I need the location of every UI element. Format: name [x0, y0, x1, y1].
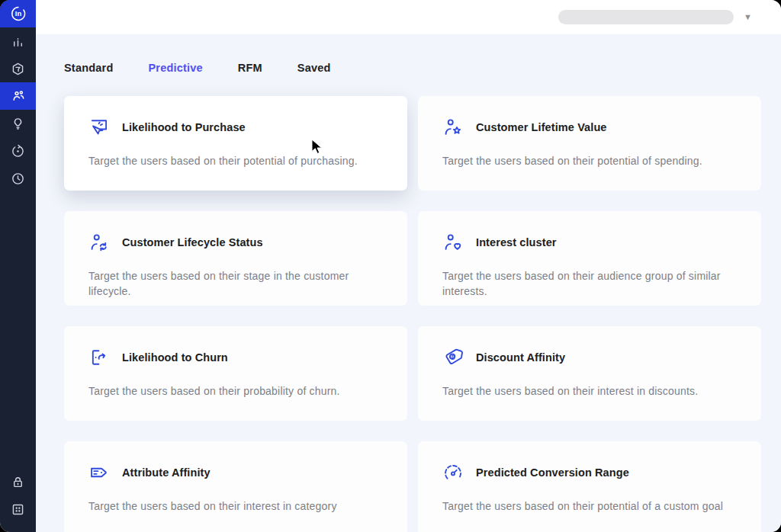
card-description: Target the users based on their interest… — [88, 499, 383, 514]
app-window: In — [0, 0, 781, 532]
sidebar-item-ideas[interactable] — [0, 110, 36, 137]
card-title: Customer Lifetime Value — [476, 121, 607, 133]
card-description: Target the users based on their stage in… — [88, 269, 383, 300]
card-description: Target the users based on their potentia… — [442, 499, 737, 514]
bar-chart-icon — [11, 34, 25, 49]
apps-grid-icon — [11, 502, 25, 517]
card-header: Likelihood to Purchase — [88, 117, 383, 138]
sidebar-item-analytics[interactable] — [0, 27, 36, 55]
card-attribute-affinity[interactable]: Attribute Affinity Target the users base… — [64, 441, 407, 532]
gauge-icon — [442, 462, 464, 483]
sidebar-item-products[interactable] — [0, 55, 36, 82]
sidebar-footer — [0, 468, 36, 532]
card-description: Target the users based on their interest… — [442, 384, 737, 399]
card-header: Interest cluster — [442, 232, 737, 253]
discount-tag-icon: $ — [442, 347, 464, 368]
attribute-tag-icon — [88, 462, 110, 483]
card-title: Discount Affinity — [476, 351, 565, 364]
card-likelihood-to-churn[interactable]: Likelihood to Churn Target the users bas… — [64, 326, 407, 421]
sidebar: In — [0, 0, 36, 532]
audience-icon — [11, 88, 26, 104]
main-area: ▼ Standard Predictive RFM Saved — [36, 0, 781, 532]
history-clock-icon — [11, 171, 25, 186]
card-header: Likelihood to Churn — [88, 347, 383, 368]
card-title: Likelihood to Churn — [122, 351, 228, 364]
card-title: Customer Lifecycle Status — [122, 236, 263, 248]
card-description: Target the users based on their potentia… — [442, 154, 737, 169]
tab-rfm[interactable]: RFM — [238, 62, 262, 74]
account-pill[interactable] — [558, 10, 734, 24]
sidebar-item-journeys[interactable] — [0, 137, 36, 165]
card-description: Target the users based on their audience… — [442, 269, 737, 300]
person-heart-icon — [442, 232, 464, 253]
card-discount-affinity[interactable]: $ Discount Affinity Target the users bas… — [418, 326, 761, 421]
journey-target-icon — [11, 144, 25, 159]
card-title: Interest cluster — [476, 236, 557, 248]
card-interest-cluster[interactable]: Interest cluster Target the users based … — [418, 211, 761, 306]
sidebar-spacer — [0, 192, 36, 468]
card-description: Target the users based on their potentia… — [88, 154, 383, 169]
card-title: Likelihood to Purchase — [122, 121, 246, 133]
svg-text:In: In — [14, 9, 21, 18]
card-header: Customer Lifecycle Status — [88, 232, 383, 253]
card-header: Customer Lifetime Value — [442, 117, 737, 138]
card-title: Predicted Conversion Range — [476, 466, 629, 479]
exit-arrow-icon — [88, 347, 110, 368]
content-area: Standard Predictive RFM Saved Likelihood… — [36, 34, 781, 532]
tab-predictive[interactable]: Predictive — [148, 62, 202, 74]
tab-saved[interactable]: Saved — [297, 62, 331, 74]
sidebar-item-history[interactable] — [0, 165, 36, 192]
chevron-down-icon[interactable]: ▼ — [744, 13, 752, 21]
card-likelihood-to-purchase[interactable]: Likelihood to Purchase Target the users … — [64, 96, 407, 191]
lightbulb-icon — [11, 117, 25, 131]
card-customer-lifecycle-status[interactable]: Customer Lifecycle Status Target the use… — [64, 211, 407, 306]
sidebar-item-apps[interactable] — [0, 495, 36, 523]
tab-bar: Standard Predictive RFM Saved — [64, 62, 761, 74]
person-star-icon — [442, 117, 464, 138]
card-header: Predicted Conversion Range — [442, 462, 737, 483]
hexagon-funnel-icon — [11, 62, 25, 76]
card-title: Attribute Affinity — [122, 466, 211, 479]
person-cycle-icon — [88, 232, 110, 253]
click-purchase-icon — [88, 117, 110, 138]
card-header: $ Discount Affinity — [442, 347, 737, 368]
insider-logo[interactable]: In — [0, 0, 36, 27]
card-description: Target the users based on their probabil… — [88, 384, 383, 399]
card-customer-lifetime-value[interactable]: Customer Lifetime Value Target the users… — [418, 96, 761, 191]
lock-icon — [11, 475, 25, 489]
sidebar-item-audience[interactable] — [0, 82, 36, 110]
insider-logo-icon: In — [10, 5, 27, 22]
top-header: ▼ — [36, 0, 781, 34]
card-header: Attribute Affinity — [88, 462, 383, 483]
card-predicted-conversion-range[interactable]: Predicted Conversion Range Target the us… — [418, 441, 761, 532]
segment-card-grid: Likelihood to Purchase Target the users … — [64, 96, 761, 532]
sidebar-item-privacy[interactable] — [0, 468, 36, 495]
tab-standard[interactable]: Standard — [64, 62, 113, 74]
